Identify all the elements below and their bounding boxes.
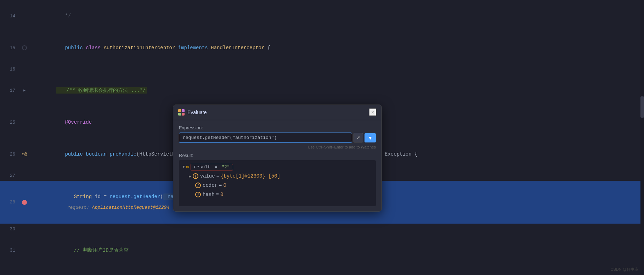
result-row-hash: f hash = 0 (180, 190, 374, 199)
result-row-main: ▼ ∞ result = "2" (180, 162, 374, 172)
code-line-30: 30 (0, 224, 644, 234)
expand-button[interactable]: ⤢ (354, 133, 363, 142)
line-number-14: 14 (0, 13, 19, 19)
field-val-value: {byte[1]@12300} [50] (221, 173, 280, 179)
line-number-31: 31 (0, 248, 19, 253)
result-label: Result: (179, 153, 376, 158)
line-number-16: 16 (0, 67, 19, 72)
watermark: CSDN @何中应 (611, 267, 638, 272)
line-content-31: // 判断用户ID是否为空 (29, 234, 644, 266)
scrollbar[interactable] (640, 0, 644, 275)
no-entry-icon (22, 45, 27, 50)
expression-label: Expression: (179, 125, 376, 130)
field-name-coder: coder (203, 183, 218, 188)
code-line-31: 31 // 判断用户ID是否为空 (0, 234, 644, 266)
field-name-value: value (200, 173, 215, 179)
evaluate-dialog: Evaluate × Expression: ⤢ ▼ Use Ctrl+Shif… (173, 105, 382, 212)
dialog-body: Expression: ⤢ ▼ Use Ctrl+Shift+Enter to … (173, 120, 382, 211)
line-gutter-26: ⊙@ (19, 152, 29, 157)
scroll-thumb[interactable] (640, 96, 644, 118)
line-gutter-17: ▶ (19, 88, 29, 92)
bug-icon (178, 109, 185, 116)
field-icon-coder: f (195, 183, 201, 188)
line-number-25: 25 (0, 120, 19, 125)
result-area: ▼ ∞ result = "2" ▶ f value = {byte[1]@12… (179, 160, 376, 206)
dialog-title-bar: Evaluate × (173, 105, 382, 120)
result-row-coder: f coder = 0 (180, 181, 374, 190)
code-line-14: 14 */ (0, 0, 644, 32)
evaluate-icon (178, 109, 185, 116)
code-line-17: 17 ▶ /** 收到请求会执行的方法 ...*/ (0, 74, 644, 106)
code-line-32: 32 if (id != null && id != (0, 266, 644, 275)
line-number-15: 15 (0, 45, 19, 51)
result-eq: = (215, 164, 218, 170)
line-number-28: 28 (0, 200, 19, 205)
line-content-17: /** 收到请求会执行的方法 ...*/ (29, 74, 644, 106)
infinity-icon: ∞ (186, 164, 189, 170)
field-name-hash: hash (203, 192, 215, 197)
result-var-name: result (194, 164, 210, 170)
dropdown-button[interactable]: ▼ (365, 133, 376, 142)
dialog-title-text: Evaluate (187, 110, 369, 115)
code-line-15: 15 public class AuthorizationInterceptor… (0, 32, 644, 64)
line-gutter-28 (19, 200, 29, 205)
field-icon-value: f (193, 173, 198, 179)
arrow-right-icon[interactable]: ▶ (189, 174, 191, 179)
fold-icon[interactable]: ▶ (23, 88, 26, 92)
field-val-hash: 0 (220, 192, 223, 197)
breakpoint-icon (22, 200, 27, 205)
line-number-17: 17 (0, 88, 19, 93)
inline-debug-value: request: ApplicationHttpRequest@12294 (59, 205, 169, 210)
line-number-26: 26 (0, 152, 19, 157)
line-gutter-15 (19, 45, 29, 50)
line-number-27: 27 (0, 173, 19, 178)
line-content-14: */ (29, 0, 644, 32)
code-line-16: 16 (0, 64, 644, 74)
field-icon-hash: f (195, 192, 201, 197)
line-content-15: public class AuthorizationInterceptor im… (29, 32, 644, 64)
debug-annotation-icon: ⊙@ (22, 152, 27, 157)
expression-row: ⤢ ▼ (179, 133, 376, 143)
result-val: "2" (221, 164, 230, 170)
expression-input[interactable] (179, 133, 352, 143)
result-row-value: ▶ f value = {byte[1]@12300} [50] (180, 172, 374, 181)
close-button[interactable]: × (369, 108, 377, 116)
hint-text: Use Ctrl+Shift+Enter to add to Watches (179, 145, 376, 149)
line-content-32: if (id != null && id != (29, 266, 644, 275)
editor-container: 14 */ 15 public class AuthorizationInter… (0, 0, 644, 275)
field-val-coder: 0 (223, 183, 226, 188)
line-number-30: 30 (0, 226, 19, 232)
chevron-down-icon[interactable]: ▼ (182, 165, 185, 169)
result-box: result = "2" (191, 164, 233, 170)
